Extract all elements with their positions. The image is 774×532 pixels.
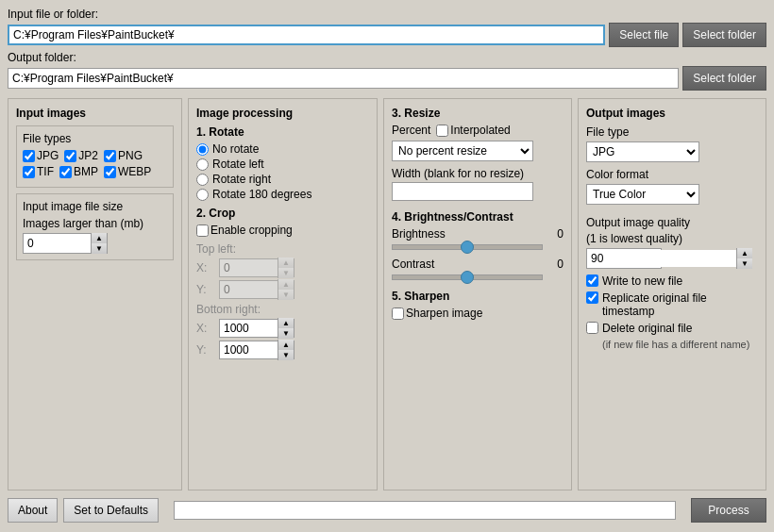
output-path-field[interactable]	[8, 68, 679, 89]
sharpen-checkbox[interactable]	[392, 308, 404, 320]
jp2-checkbox-item[interactable]: JP2	[64, 149, 98, 162]
image-processing-title: Image processing	[196, 107, 369, 120]
select-folder-button-2[interactable]: Select folder	[682, 66, 766, 91]
png-label: PNG	[118, 149, 143, 162]
resize-panel: 3. Resize Percent Interpolated No percen…	[383, 98, 572, 490]
input-images-title: Input images	[16, 107, 174, 120]
bmp-checkbox-item[interactable]: BMP	[59, 165, 98, 178]
webp-checkbox-item[interactable]: WEBP	[104, 165, 151, 178]
x1-spinbox: ▲ ▼	[219, 258, 294, 277]
brightness-track[interactable]	[392, 244, 543, 250]
tif-checkbox-item[interactable]: TIF	[23, 165, 54, 178]
y2-down-btn[interactable]: ▼	[278, 350, 294, 360]
delete-orig-checkbox[interactable]	[586, 322, 598, 334]
replicate-label: Replicate original file timestamp	[602, 291, 758, 318]
input-path-field[interactable]	[8, 25, 605, 45]
percent-resize-select[interactable]: No percent resize 25% 50% 75% 100% 125% …	[392, 141, 533, 161]
brightness-thumb[interactable]	[461, 241, 474, 254]
jpg-label: JPG	[37, 149, 59, 162]
file-type-select[interactable]: JPG PNG TIF BMP JP2	[586, 141, 699, 162]
webp-checkbox[interactable]	[104, 166, 116, 178]
jpg-checkbox-item[interactable]: JPG	[23, 149, 59, 162]
png-checkbox-item[interactable]: PNG	[104, 149, 143, 162]
bmp-checkbox[interactable]	[59, 166, 72, 178]
file-size-down-btn[interactable]: ▼	[92, 243, 107, 254]
file-size-arrows: ▲ ▼	[91, 233, 107, 254]
y1-down-btn: ▼	[278, 290, 294, 300]
write-new-label: Write to new file	[602, 274, 682, 288]
x2-input[interactable]	[220, 320, 278, 337]
rotate-180-radio[interactable]	[196, 189, 209, 201]
jp2-label: JP2	[78, 149, 98, 162]
x2-down-btn[interactable]: ▼	[278, 328, 294, 339]
enable-crop-checkbox[interactable]	[196, 224, 209, 237]
progress-bar	[174, 501, 676, 520]
rotate-right-label: Rotate right	[212, 173, 271, 186]
write-new-checkbox[interactable]	[586, 274, 598, 287]
file-type-label: File type	[586, 125, 758, 139]
interpolated-checkbox[interactable]	[436, 125, 448, 137]
sharpen-label: Sharpen image	[406, 307, 482, 320]
rotate-no-radio[interactable]	[196, 143, 209, 156]
interpolated-item[interactable]: Interpolated	[436, 124, 510, 137]
x2-spinbox: ▲ ▼	[219, 319, 294, 338]
enable-crop-item[interactable]: Enable cropping	[196, 224, 369, 237]
top-left-label: Top left:	[196, 242, 369, 256]
quality-spinbox: ▲ ▼	[586, 248, 662, 269]
sharpen-title: 5. Sharpen	[392, 290, 564, 303]
width-input[interactable]	[392, 182, 533, 201]
select-file-button[interactable]: Select file	[609, 23, 679, 47]
resize-title: 3. Resize	[392, 107, 564, 120]
about-button[interactable]: About	[8, 498, 58, 523]
rotate-left-label: Rotate left	[212, 158, 264, 171]
input-images-panel: Input images File types JPG JP2 PNG	[8, 98, 182, 490]
file-types-panel: File types JPG JP2 PNG	[16, 125, 174, 188]
rotate-title: 1. Rotate	[196, 125, 369, 139]
y2-arrows: ▲ ▼	[278, 340, 294, 360]
quality-arrows: ▲ ▼	[736, 248, 752, 269]
x2-label: X:	[196, 322, 215, 335]
delete-note: (if new file has a different name)	[602, 339, 758, 350]
color-format-label: Color format	[586, 168, 758, 181]
contrast-thumb[interactable]	[461, 271, 474, 284]
images-larger-label: Images larger than (mb)	[23, 217, 167, 230]
tif-label: TIF	[37, 165, 54, 178]
replicate-checkbox[interactable]	[586, 291, 598, 304]
webp-label: WEBP	[118, 165, 151, 178]
contrast-value: 0	[557, 258, 564, 271]
output-label: Output folder:	[8, 51, 766, 64]
y2-input[interactable]	[220, 341, 278, 358]
process-button[interactable]: Process	[691, 498, 766, 523]
quality-input[interactable]	[587, 250, 736, 267]
sharpen-item[interactable]: Sharpen image	[392, 307, 564, 320]
y2-spinbox: ▲ ▼	[219, 341, 294, 359]
quality-label: Output image quality	[586, 216, 758, 229]
y2-up-btn[interactable]: ▲	[278, 340, 294, 350]
interpolated-label: Interpolated	[450, 124, 510, 137]
color-format-select[interactable]: True Color Grayscale	[586, 184, 699, 205]
quality-up-btn[interactable]: ▲	[737, 248, 752, 258]
quality-down-btn[interactable]: ▼	[737, 258, 752, 269]
jp2-checkbox[interactable]	[64, 150, 76, 162]
x1-up-btn: ▲	[278, 258, 294, 268]
brightness-section-title: 4. Brightness/Contrast	[392, 210, 564, 224]
brightness-label: Brightness	[392, 227, 446, 241]
bmp-label: BMP	[74, 165, 98, 178]
tif-checkbox[interactable]	[23, 166, 35, 178]
file-size-up-btn[interactable]: ▲	[92, 233, 107, 243]
select-folder-button-1[interactable]: Select folder	[682, 23, 766, 47]
y1-arrows: ▲ ▼	[278, 279, 294, 300]
output-images-title: Output images	[586, 107, 758, 120]
quality-note: (1 is lowest quality)	[586, 232, 758, 245]
contrast-track[interactable]	[392, 274, 543, 280]
rotate-right-radio[interactable]	[196, 174, 209, 186]
x1-label: X:	[196, 261, 215, 274]
x2-up-btn[interactable]: ▲	[278, 318, 294, 328]
jpg-checkbox[interactable]	[23, 150, 35, 162]
file-size-panel: Input image file size Images larger than…	[16, 193, 174, 260]
set-defaults-button[interactable]: Set to Defaults	[63, 498, 159, 523]
png-checkbox[interactable]	[104, 150, 116, 162]
file-size-input[interactable]	[24, 235, 91, 252]
y1-up-btn: ▲	[278, 279, 294, 290]
rotate-left-radio[interactable]	[196, 158, 209, 171]
